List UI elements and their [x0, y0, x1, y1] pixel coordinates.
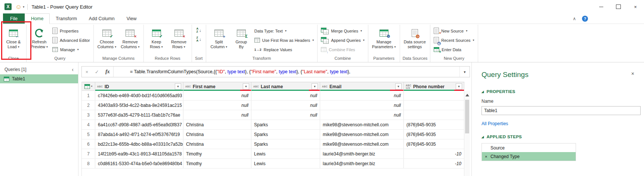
table-cell[interactable]: null [320, 91, 404, 100]
tab-add-column[interactable]: Add Column [83, 13, 121, 24]
choose-columns-button[interactable]: ✓ Choose Columns▾ [96, 25, 118, 50]
table-cell[interactable]: null [183, 101, 251, 110]
filter-dropdown-button[interactable]: ▾ [175, 83, 181, 90]
table-cell[interactable]: (876)945-9035 [404, 130, 464, 139]
remove-columns-button[interactable]: × Remove Columns▾ [119, 25, 141, 50]
query-list-item[interactable]: Table1 [0, 74, 78, 83]
table-cell[interactable]: c78426eb-e469-40d0-bd1f-610d6065ad93 [95, 91, 183, 100]
section-expand-icon[interactable]: ◢ [482, 135, 484, 139]
formula-input[interactable]: = Table.TransformColumnTypes(Source,{{"I… [113, 67, 459, 77]
collapse-ribbon-icon[interactable]: ∧ [573, 16, 576, 21]
expand-formula-bar-button[interactable]: ▾ [459, 67, 470, 77]
section-expand-icon[interactable]: ◢ [482, 90, 484, 93]
table-cell[interactable]: null [183, 110, 251, 120]
maximize-button[interactable] [610, 0, 627, 13]
row-number[interactable]: 6 [82, 139, 95, 149]
collapse-queries-panel-icon[interactable]: ‹ [72, 67, 74, 72]
query-name-input[interactable] [482, 106, 641, 115]
split-column-button[interactable]: » Split Column▾ [208, 25, 230, 50]
table-cell[interactable]: Christina [183, 120, 251, 129]
table-cell[interactable]: 5377e63f-da35-4279-b111-f3ab1b7c76ae [95, 110, 183, 120]
table-cell[interactable] [404, 101, 464, 110]
table-cell[interactable]: null [251, 91, 320, 100]
filter-dropdown-button[interactable]: ▾ [395, 83, 402, 90]
table-cell[interactable]: Lewis [251, 159, 320, 168]
column-header[interactable]: ABCLast name▾ [251, 82, 320, 91]
append-queries-button[interactable]: Append Queries ▾ [319, 37, 366, 44]
column-header[interactable]: ABCID▾ [95, 82, 183, 91]
table-cell[interactable]: laurie34@smith-berger.biz [320, 149, 404, 158]
minimize-button[interactable] [592, 0, 610, 13]
help-icon[interactable]: ? [582, 16, 588, 22]
new-source-button[interactable]: * New Source ▾ [432, 27, 476, 34]
close-query-settings-icon[interactable]: × [631, 71, 634, 77]
manage-parameters-button[interactable]: ⚙ Manage Parameters▾ [370, 25, 398, 50]
filter-dropdown-button[interactable]: ▾ [312, 83, 318, 90]
formula-cancel-button[interactable]: × [82, 67, 92, 77]
table-cell[interactable]: Lewis [251, 149, 320, 158]
tab-home[interactable]: Home [25, 13, 50, 24]
column-header[interactable]: ABCEmail▾ [320, 82, 404, 91]
table-cell[interactable]: (876)945-9035 [404, 120, 464, 129]
merge-queries-button[interactable]: Merge Queries ▾ [319, 27, 366, 34]
scroll-up-arrow-icon[interactable] [465, 94, 469, 96]
data-type-button[interactable]: Data Type: Text ▾ [253, 27, 315, 34]
remove-rows-button[interactable]: × Remove Rows▾ [168, 25, 190, 50]
sort-descending-button[interactable]: ZA ↓ [195, 36, 202, 43]
table-cell[interactable]: mike98@stevenson-mitchell.com [320, 130, 404, 139]
sort-ascending-button[interactable]: AZ ↓ [195, 27, 202, 34]
table-cell[interactable]: Sparks [251, 120, 320, 129]
filter-dropdown-button[interactable]: ▾ [456, 83, 462, 90]
table-cell[interactable]: bd22c13e-655b-4dbc-b88a-e03310c7a52b [95, 139, 183, 149]
row-number[interactable]: 7 [82, 149, 95, 158]
data-source-settings-button[interactable]: ⚙ Data source settings [402, 25, 428, 50]
table-cell[interactable] [404, 91, 464, 100]
tab-view[interactable]: View [121, 13, 143, 24]
row-number[interactable]: 3 [82, 110, 95, 120]
table-cell[interactable]: (876)945-9035 [404, 139, 464, 149]
delete-step-icon[interactable]: × [485, 154, 490, 159]
table-cell[interactable]: null [183, 91, 251, 100]
table-cell[interactable]: -10 [404, 149, 464, 158]
table-cell[interactable]: null [320, 101, 404, 110]
vertical-scrollbar[interactable] [464, 91, 470, 176]
row-number[interactable]: 1 [82, 91, 95, 100]
table-cell[interactable]: 6a41cc67-d908-4987-add5-e65ea9d3f837 [95, 120, 183, 129]
filter-dropdown-button[interactable]: ▾ [243, 83, 249, 90]
table-cell[interactable]: null [320, 110, 404, 120]
table-cell[interactable]: Timothy [183, 159, 251, 168]
row-number[interactable]: 5 [82, 130, 95, 139]
recent-sources-button[interactable]: ◷ Recent Sources ▾ [432, 37, 476, 44]
table-cell[interactable]: null [251, 101, 320, 110]
table-cell[interactable]: 87abda14-a492-4f71-b274-e0f537676f19 [95, 130, 183, 139]
all-properties-link[interactable]: All Properties [482, 121, 637, 126]
keep-rows-button[interactable]: ✓ Keep Rows▾ [146, 25, 167, 50]
manage-button[interactable]: Manage ▾ [51, 46, 92, 53]
table-menu-button[interactable]: ▾ [82, 82, 95, 91]
table-cell[interactable]: null [251, 110, 320, 120]
advanced-editor-button[interactable]: Advanced Editor [51, 37, 92, 44]
refresh-preview-button[interactable]: Refresh Preview▾ [28, 25, 50, 50]
row-number[interactable]: 8 [82, 159, 95, 168]
enter-data-button[interactable]: + Enter Data [432, 46, 476, 53]
table-cell[interactable] [404, 110, 464, 120]
applied-step[interactable]: Source [482, 143, 576, 152]
table-cell[interactable]: laurie34@smith-berger.biz [320, 159, 404, 168]
close-and-load-button[interactable]: ← Close & Load▾ [3, 25, 24, 50]
row-number[interactable]: 2 [82, 101, 95, 110]
applied-step[interactable]: ×Changed Type [482, 152, 576, 161]
column-header[interactable]: ABC123Phone number▾ [404, 82, 464, 91]
scrollbar-thumb[interactable] [465, 100, 469, 133]
table-cell[interactable]: Timothy [183, 149, 251, 158]
table-cell[interactable]: Christina [183, 139, 251, 149]
group-by-button[interactable]: Σ Group By [230, 25, 252, 50]
table-cell[interactable]: 43403a93-5f3d-4c22-baba-8e24591ac215 [95, 101, 183, 110]
table-cell[interactable]: Sparks [251, 130, 320, 139]
table-cell[interactable]: -10 [404, 159, 464, 168]
table-cell[interactable]: 14f21b95-ea9b-43c1-8913-481105da1578 [95, 149, 183, 158]
table-cell[interactable]: c0d86161-5330-474a-b5e0-fa0e869480b4 [95, 159, 183, 168]
send-a-smile-icon[interactable]: ☺ [15, 4, 22, 10]
close-window-button[interactable]: × [627, 0, 644, 13]
table-cell[interactable]: Christina [183, 130, 251, 139]
tab-file[interactable]: File [3, 13, 25, 24]
